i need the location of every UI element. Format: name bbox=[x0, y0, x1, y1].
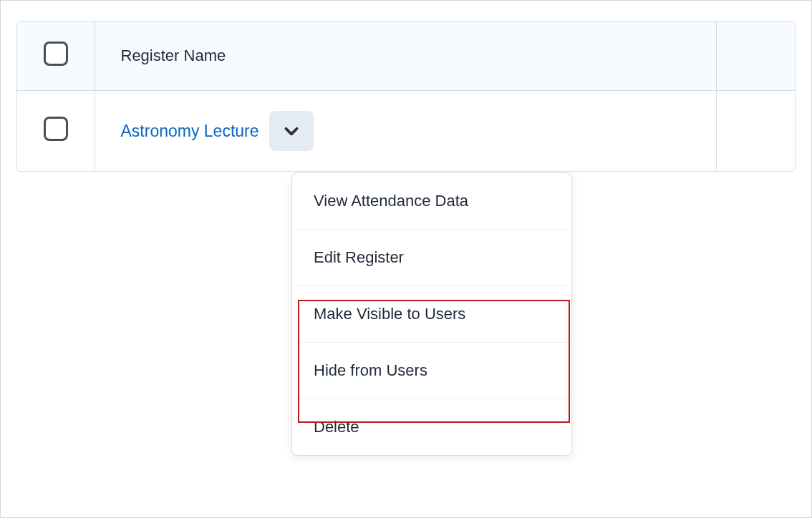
register-actions-dropdown-toggle[interactable] bbox=[269, 111, 314, 151]
dropdown-item-hide-from-users[interactable]: Hide from Users bbox=[292, 343, 571, 399]
table-header-row: Register Name bbox=[17, 21, 795, 91]
chevron-down-icon bbox=[282, 122, 301, 140]
header-checkbox-cell bbox=[17, 21, 95, 91]
dropdown-item-label: Edit Register bbox=[314, 248, 404, 266]
dropdown-item-delete[interactable]: Delete bbox=[292, 399, 571, 455]
dropdown-item-make-visible[interactable]: Make Visible to Users bbox=[292, 286, 571, 343]
row-checkbox-cell bbox=[17, 91, 95, 172]
row-name-cell: Astronomy Lecture bbox=[95, 91, 716, 172]
header-name-cell: Register Name bbox=[95, 21, 716, 91]
dropdown-item-label: Make Visible to Users bbox=[314, 305, 465, 323]
register-actions-dropdown-menu: View Attendance Data Edit Register Make … bbox=[291, 172, 572, 456]
header-name-label: Register Name bbox=[121, 47, 226, 64]
dropdown-item-label: Hide from Users bbox=[314, 361, 427, 379]
select-all-checkbox[interactable] bbox=[44, 41, 68, 66]
header-actions-cell bbox=[716, 21, 795, 91]
row-actions-cell bbox=[716, 91, 795, 172]
dropdown-item-label: View Attendance Data bbox=[314, 192, 468, 210]
register-name-link[interactable]: Astronomy Lecture bbox=[121, 122, 259, 141]
dropdown-item-edit-register[interactable]: Edit Register bbox=[292, 230, 571, 286]
dropdown-item-label: Delete bbox=[314, 418, 359, 436]
row-checkbox[interactable] bbox=[44, 117, 68, 141]
registers-table-container: Register Name Astronomy Lecture bbox=[16, 21, 796, 172]
table-row: Astronomy Lecture bbox=[17, 91, 795, 172]
dropdown-item-view-attendance[interactable]: View Attendance Data bbox=[292, 173, 571, 230]
row-name-content: Astronomy Lecture bbox=[121, 111, 703, 151]
registers-table: Register Name Astronomy Lecture bbox=[17, 21, 795, 171]
